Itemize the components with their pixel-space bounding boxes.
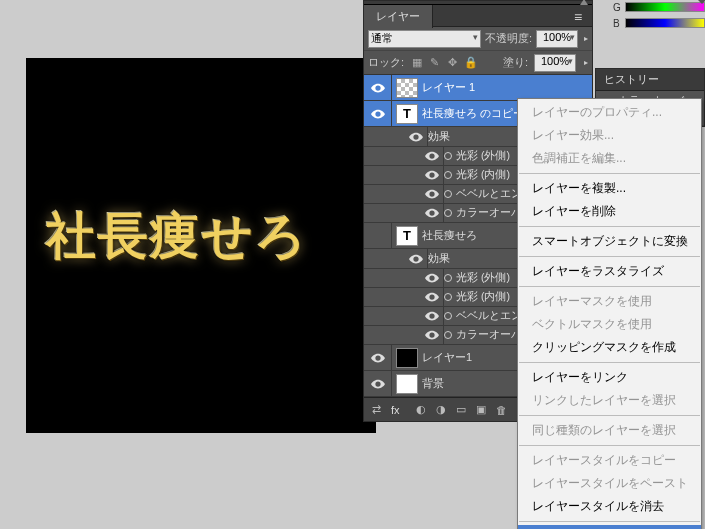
effect-label: 光彩 (外側) — [456, 149, 510, 163]
layer-name: レイヤー 1 — [422, 80, 592, 95]
slider-g[interactable] — [625, 2, 705, 12]
lock-all-icon[interactable]: 🔒 — [464, 56, 477, 69]
delete-icon[interactable]: 🗑 — [496, 404, 507, 416]
color-sliders: G B — [613, 0, 705, 32]
separator — [519, 286, 700, 287]
layer-thumb — [396, 348, 418, 368]
visibility-icon[interactable] — [364, 75, 392, 100]
fill-input[interactable]: 100% — [534, 54, 576, 72]
cm-paste-style: レイヤースタイルをペースト — [518, 472, 701, 495]
visibility-icon[interactable] — [404, 249, 428, 268]
cm-layer-effects: レイヤー効果... — [518, 124, 701, 147]
separator — [519, 521, 700, 522]
visibility-icon[interactable] — [364, 223, 392, 248]
type-layer-icon: T — [396, 226, 418, 246]
cm-delete-layer[interactable]: レイヤーを削除 — [518, 200, 701, 223]
visibility-icon[interactable] — [420, 147, 444, 165]
lock-label: ロック: — [368, 55, 404, 70]
effect-label: 光彩 (内側) — [456, 168, 510, 182]
separator — [519, 256, 700, 257]
slider-g-label: G — [613, 2, 625, 13]
lock-paint-icon[interactable]: ✎ — [428, 56, 441, 69]
visibility-icon[interactable] — [364, 345, 392, 370]
canvas-text: 社長痩せろ — [46, 203, 308, 270]
effects-label: 効果 — [428, 130, 450, 144]
lock-transparent-icon[interactable]: ▦ — [410, 56, 423, 69]
lock-move-icon[interactable]: ✥ — [446, 56, 459, 69]
effects-label: 効果 — [428, 252, 450, 266]
fill-label: 塗り: — [503, 55, 528, 70]
cm-duplicate-layer[interactable]: レイヤーを複製... — [518, 177, 701, 200]
opacity-step-icon[interactable]: ▸ — [584, 34, 588, 43]
bullet-icon — [444, 293, 452, 301]
history-tab[interactable]: ヒストリー — [596, 69, 704, 91]
effect-label: 光彩 (内側) — [456, 290, 510, 304]
visibility-icon[interactable] — [420, 185, 444, 203]
cm-copy-style: レイヤースタイルをコピー — [518, 449, 701, 472]
cm-merge-layers[interactable]: レイヤーを結合 — [518, 525, 701, 529]
bullet-icon — [444, 171, 452, 179]
cm-select-linked: リンクしたレイヤーを選択 — [518, 389, 701, 412]
bullet-icon — [444, 209, 452, 217]
effect-label: 光彩 (外側) — [456, 271, 510, 285]
separator — [519, 445, 700, 446]
cm-select-similar: 同じ種類のレイヤーを選択 — [518, 419, 701, 442]
separator — [519, 415, 700, 416]
cm-clear-style[interactable]: レイヤースタイルを消去 — [518, 495, 701, 518]
cm-convert-smart[interactable]: スマートオブジェクトに変換 — [518, 230, 701, 253]
visibility-icon[interactable] — [420, 166, 444, 184]
visibility-icon[interactable] — [364, 371, 392, 396]
opacity-input[interactable]: 100% — [536, 30, 578, 48]
bullet-icon — [444, 190, 452, 198]
slider-b[interactable] — [625, 18, 705, 28]
panel-menu-icon[interactable] — [574, 9, 588, 21]
visibility-icon[interactable] — [420, 288, 444, 306]
bullet-icon — [444, 331, 452, 339]
fx-icon[interactable]: fx — [391, 404, 400, 416]
context-menu: レイヤーのプロパティ... レイヤー効果... 色調補正を編集... レイヤーを… — [517, 98, 702, 529]
visibility-icon[interactable] — [420, 307, 444, 325]
new-layer-icon[interactable]: ▣ — [476, 403, 486, 416]
visibility-icon[interactable] — [420, 204, 444, 222]
layer-thumb — [396, 78, 418, 98]
link-icon[interactable]: ⇄ — [372, 403, 381, 416]
cm-rasterize[interactable]: レイヤーをラスタライズ — [518, 260, 701, 283]
bullet-icon — [444, 274, 452, 282]
separator — [519, 362, 700, 363]
separator — [519, 226, 700, 227]
cm-use-vector-mask: ベクトルマスクを使用 — [518, 313, 701, 336]
adjustment-icon[interactable]: ◑ — [436, 403, 446, 416]
fill-step-icon[interactable]: ▸ — [584, 58, 588, 67]
cm-use-layer-mask: レイヤーマスクを使用 — [518, 290, 701, 313]
visibility-icon[interactable] — [404, 127, 428, 146]
layers-tab[interactable]: レイヤー — [364, 5, 433, 28]
visibility-icon[interactable] — [420, 269, 444, 287]
bullet-icon — [444, 152, 452, 160]
layer-thumb — [396, 374, 418, 394]
separator — [519, 173, 700, 174]
canvas[interactable]: 社長痩せろ — [26, 58, 376, 433]
blend-mode-select[interactable]: 通常 — [368, 30, 481, 48]
group-icon[interactable]: ▭ — [456, 403, 466, 416]
type-layer-icon: T — [396, 104, 418, 124]
cm-layer-properties: レイヤーのプロパティ... — [518, 101, 701, 124]
opacity-label: 不透明度: — [485, 31, 532, 46]
cm-edit-adjustment: 色調補正を編集... — [518, 147, 701, 170]
visibility-icon[interactable] — [420, 326, 444, 344]
cm-link-layers[interactable]: レイヤーをリンク — [518, 366, 701, 389]
mask-icon[interactable]: ◐ — [416, 403, 426, 416]
slider-b-label: B — [613, 18, 625, 29]
visibility-icon[interactable] — [364, 101, 392, 126]
bullet-icon — [444, 312, 452, 320]
cm-clipping-mask[interactable]: クリッピングマスクを作成 — [518, 336, 701, 359]
